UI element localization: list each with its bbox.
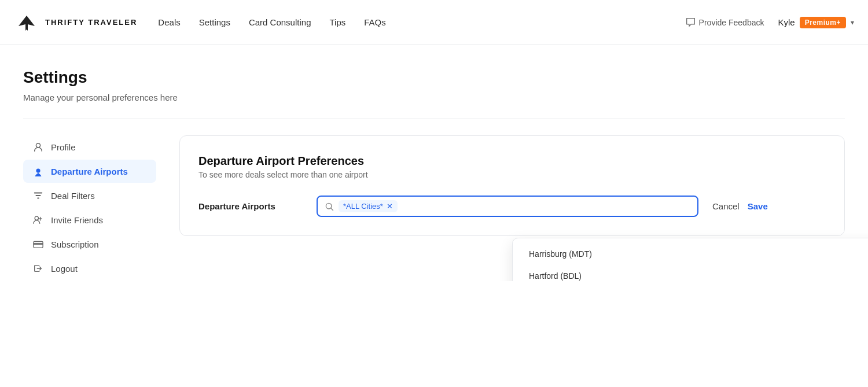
save-button[interactable]: Save bbox=[748, 201, 768, 211]
settings-layout: Profile Departure Airports Deal Filters … bbox=[23, 135, 845, 281]
divider bbox=[23, 119, 845, 119]
svg-point-1 bbox=[36, 169, 40, 173]
svg-point-0 bbox=[36, 143, 40, 148]
sidebar-profile[interactable]: Profile bbox=[23, 135, 156, 159]
page-subtitle: Manage your personal preferences here bbox=[23, 93, 845, 102]
subscription-icon bbox=[32, 238, 44, 250]
nav-right: Provide Feedback Kyle Premium+ ▾ bbox=[681, 15, 854, 30]
sidebar-deal-filters[interactable]: Deal Filters bbox=[23, 184, 156, 207]
logo-text: THRIFTY TRAVELER bbox=[45, 18, 137, 27]
nav-deals[interactable]: Deals bbox=[158, 17, 180, 27]
search-icon bbox=[325, 202, 334, 211]
sidebar-invite-friends[interactable]: Invite Friends bbox=[23, 208, 156, 231]
sidebar-logout-label: Logout bbox=[51, 264, 78, 274]
page-title: Settings bbox=[23, 68, 845, 87]
nav-tips[interactable]: Tips bbox=[329, 17, 345, 27]
all-cities-tag[interactable]: *ALL Cities* ✕ bbox=[339, 200, 398, 212]
dropdown-item-harrisburg[interactable]: Harrisburg (MDT) bbox=[513, 243, 868, 265]
logout-icon bbox=[32, 263, 44, 274]
cancel-button[interactable]: Cancel bbox=[712, 201, 740, 211]
chat-icon bbox=[686, 17, 696, 27]
tag-close-button[interactable]: ✕ bbox=[387, 202, 393, 210]
search-input[interactable] bbox=[402, 202, 690, 211]
dropdown-list: Harrisburg (MDT) Hartford (BDL) Hibbing … bbox=[512, 238, 868, 281]
nav-card-consulting[interactable]: Card Consulting bbox=[249, 17, 311, 27]
plane-icon bbox=[14, 10, 39, 35]
tag-label: *ALL Cities* bbox=[343, 202, 383, 211]
sidebar-subscription[interactable]: Subscription bbox=[23, 233, 156, 256]
section-title: Departure Airport Preferences bbox=[198, 154, 826, 168]
logo-area[interactable]: THRIFTY TRAVELER bbox=[14, 10, 137, 35]
sidebar-subscription-label: Subscription bbox=[51, 239, 99, 249]
feedback-button[interactable]: Provide Feedback bbox=[681, 15, 769, 30]
sidebar-profile-label: Profile bbox=[51, 142, 76, 152]
profile-icon bbox=[32, 141, 44, 153]
nav-faqs[interactable]: FAQs bbox=[364, 17, 386, 27]
dropdown-item-hartford[interactable]: Hartford (BDL) bbox=[513, 265, 868, 281]
svg-rect-3 bbox=[36, 195, 41, 196]
departure-airports-icon bbox=[32, 165, 44, 177]
main-panel: Departure Airport Preferences To see mor… bbox=[156, 135, 845, 281]
user-area[interactable]: Kyle Premium+ ▾ bbox=[778, 17, 854, 28]
nav-settings[interactable]: Settings bbox=[199, 17, 230, 27]
section-header: Departure Airport Preferences To see mor… bbox=[198, 154, 826, 179]
search-input-wrapper[interactable]: *ALL Cities* ✕ bbox=[317, 196, 698, 217]
svg-point-5 bbox=[35, 216, 38, 220]
sidebar-logout[interactable]: Logout bbox=[23, 257, 156, 280]
invite-friends-icon bbox=[32, 214, 44, 226]
sidebar-deal-filters-label: Deal Filters bbox=[51, 191, 95, 201]
airport-row-label: Departure Airports bbox=[198, 201, 303, 211]
feedback-label: Provide Feedback bbox=[699, 18, 764, 27]
sidebar: Profile Departure Airports Deal Filters … bbox=[23, 135, 156, 281]
page-content: Settings Manage your personal preference… bbox=[0, 45, 868, 281]
premium-badge: Premium+ bbox=[800, 17, 846, 28]
sidebar-departure-airports-label: Departure Airports bbox=[51, 167, 128, 176]
svg-rect-7 bbox=[34, 243, 43, 245]
nav-links: Deals Settings Card Consulting Tips FAQs bbox=[158, 17, 681, 27]
svg-rect-8 bbox=[35, 246, 38, 246]
action-buttons: Cancel Save bbox=[712, 201, 768, 211]
svg-rect-2 bbox=[34, 193, 42, 194]
section-card: Departure Airport Preferences To see mor… bbox=[179, 135, 845, 236]
section-desc: To see more deals select more than one a… bbox=[198, 170, 826, 179]
svg-rect-4 bbox=[37, 198, 39, 199]
navbar: THRIFTY TRAVELER Deals Settings Card Con… bbox=[0, 0, 868, 45]
chevron-down-icon: ▾ bbox=[851, 19, 854, 27]
sidebar-invite-friends-label: Invite Friends bbox=[51, 215, 103, 225]
sidebar-departure-airports[interactable]: Departure Airports bbox=[23, 160, 156, 183]
airport-row: Departure Airports *ALL Cities* ✕ bbox=[198, 196, 826, 217]
user-name: Kyle bbox=[778, 17, 795, 27]
deal-filters-icon bbox=[32, 190, 44, 201]
